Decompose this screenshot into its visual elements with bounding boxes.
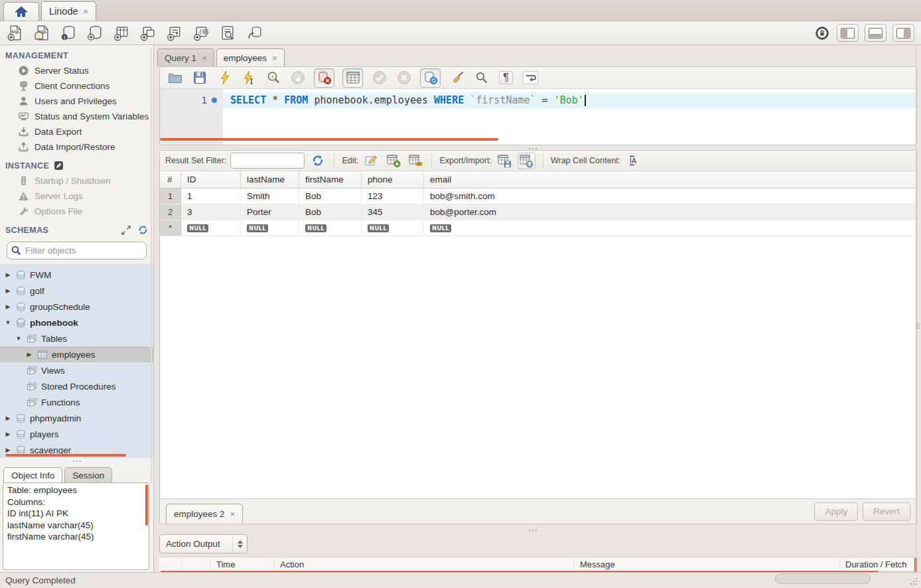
right-splitter-grip[interactable] xyxy=(916,321,920,331)
create-view-button[interactable] xyxy=(139,24,157,42)
cell-id[interactable]: 3 xyxy=(181,204,241,220)
sidebar-item-data-import[interactable]: Data Import/Restore xyxy=(0,139,153,155)
create-procedure-button[interactable] xyxy=(166,24,184,42)
create-function-button[interactable]: {0} xyxy=(192,24,210,42)
cell-phone[interactable]: 345 xyxy=(362,204,424,220)
tree-item-functions[interactable]: Functions xyxy=(0,394,153,410)
save-script-button[interactable] xyxy=(191,70,208,86)
sidebar-item-status-system-variables[interactable]: Status and System Variables xyxy=(0,109,153,124)
cell-firstname[interactable]: Bob xyxy=(299,204,362,220)
sidebar-item-server-logs[interactable]: Server Logs xyxy=(0,188,153,204)
tree-item-schema-phpmyadmin[interactable]: ▶ phpmyadmin xyxy=(0,410,153,426)
column-header-phone[interactable]: phone xyxy=(362,171,424,188)
row-number-cell[interactable]: 1 xyxy=(160,188,181,204)
toggle-word-wrap-button[interactable] xyxy=(522,70,539,86)
column-header-firstname[interactable]: firstName xyxy=(299,171,362,188)
tree-item-schema-fwm[interactable]: ▶ FWM xyxy=(0,267,153,283)
revert-button[interactable]: Revert xyxy=(863,502,910,521)
edit-current-row-button[interactable] xyxy=(362,153,380,169)
commit-button[interactable] xyxy=(371,70,388,86)
cell-email[interactable]: bob@smith.com xyxy=(424,188,916,204)
cell-phone[interactable]: NULL xyxy=(362,220,424,236)
tab-resultset-employees-2[interactable]: employees 2 × xyxy=(166,504,243,524)
close-icon[interactable]: × xyxy=(230,509,236,519)
chevron-right-icon[interactable]: ▶ xyxy=(25,351,33,358)
beautify-script-button[interactable] xyxy=(449,70,465,86)
close-icon[interactable]: × xyxy=(202,53,207,63)
refresh-schemas-icon[interactable] xyxy=(138,225,148,235)
cell-email[interactable]: NULL xyxy=(424,220,916,236)
schema-filter-input[interactable] xyxy=(25,246,143,256)
open-script-button[interactable] xyxy=(167,70,183,86)
tree-item-stored-procedures[interactable]: Stored Procedures xyxy=(0,378,153,394)
find-button[interactable] xyxy=(473,70,490,86)
tree-item-schema-groupschedule[interactable]: ▶ groupSchedule xyxy=(0,299,153,315)
tab-employees[interactable]: employees × xyxy=(216,48,285,66)
insert-row-button[interactable] xyxy=(384,153,402,169)
execute-current-statement-button[interactable] xyxy=(240,70,257,86)
column-header-id[interactable]: ID xyxy=(181,171,241,188)
object-info-vscroll-thumb[interactable] xyxy=(145,484,148,526)
new-sql-tab-button[interactable]: SQL xyxy=(7,24,25,42)
tree-item-table-employees[interactable]: ▶ employees xyxy=(0,346,153,362)
sidebar-item-options-file[interactable]: Options File xyxy=(0,204,153,219)
sql-line-1[interactable]: SELECT * FROM phonebook.employees WHERE … xyxy=(223,92,916,108)
inspect-database-button[interactable]: i xyxy=(60,24,78,42)
row-number-cell[interactable]: 2 xyxy=(160,204,181,220)
tab-home[interactable] xyxy=(3,2,39,21)
chevron-right-icon[interactable]: ▶ xyxy=(4,447,12,453)
tree-item-schema-golf[interactable]: ▶ golf xyxy=(0,283,153,299)
tab-session[interactable]: Session xyxy=(64,467,112,483)
sql-editor-body[interactable]: 1 SELECT * FROM phonebook.employees WHER… xyxy=(160,89,916,145)
refresh-results-button[interactable] xyxy=(309,153,326,169)
toggle-right-panel-button[interactable] xyxy=(892,24,914,42)
limit-rows-button[interactable] xyxy=(342,68,363,88)
column-header-lastname[interactable]: lastName xyxy=(241,171,299,188)
tree-item-tables[interactable]: ▼ Tables xyxy=(0,331,153,346)
toggle-left-panel-button[interactable] xyxy=(837,24,859,42)
tree-item-views[interactable]: Views xyxy=(0,362,153,378)
tab-query-1[interactable]: Query 1 × xyxy=(157,48,214,66)
tree-hscroll-thumb[interactable] xyxy=(5,454,126,457)
delete-row-button[interactable] xyxy=(406,153,424,169)
chevron-right-icon[interactable]: ▶ xyxy=(4,271,12,278)
sidebar-item-users-privileges[interactable]: Users and Privileges xyxy=(0,94,153,109)
create-schema-button[interactable] xyxy=(86,24,104,42)
open-sql-script-button[interactable]: SQL xyxy=(33,24,51,42)
tree-item-schema-phonebook[interactable]: ▼ phonebook xyxy=(0,315,153,331)
column-header-rownum[interactable]: # xyxy=(160,171,181,188)
result-filter-input[interactable] xyxy=(230,153,305,169)
chevron-right-icon[interactable]: ▶ xyxy=(4,431,12,437)
execute-statement-button[interactable] xyxy=(216,70,232,86)
cell-lastname[interactable]: NULL xyxy=(241,220,299,236)
rollback-button[interactable] xyxy=(395,70,412,86)
edit-instance-icon[interactable] xyxy=(54,161,64,171)
export-recordset-button[interactable] xyxy=(496,153,514,169)
bottom-hscrollbar-thumb[interactable] xyxy=(775,573,871,584)
expand-schemas-icon[interactable] xyxy=(121,226,131,235)
stop-query-button[interactable] xyxy=(289,70,306,86)
cell-id[interactable]: NULL xyxy=(181,220,241,236)
toggle-bottom-panel-button[interactable] xyxy=(865,24,886,42)
cell-email[interactable]: bob@porter.com xyxy=(424,204,916,220)
window-resize-grip[interactable] xyxy=(909,577,918,586)
sidebar-splitter[interactable] xyxy=(0,458,153,465)
cell-firstname[interactable]: NULL xyxy=(299,220,362,236)
toggle-autocommit-button[interactable] xyxy=(420,68,441,88)
cell-id[interactable]: 1 xyxy=(181,188,241,204)
toggle-stop-on-error-button[interactable] xyxy=(314,68,334,88)
import-records-button[interactable] xyxy=(518,153,535,169)
sidebar-item-startup-shutdown[interactable]: Startup / Shutdown xyxy=(0,173,153,188)
tab-connection-linode[interactable]: Linode × xyxy=(41,1,96,21)
apply-button[interactable]: Apply xyxy=(814,502,858,521)
column-header-email[interactable]: email xyxy=(424,171,916,188)
row-number-cell[interactable]: * xyxy=(160,220,181,236)
cell-lastname[interactable]: Smith xyxy=(241,188,299,204)
tab-object-info[interactable]: Object Info xyxy=(3,467,62,483)
chevron-down-icon[interactable]: ▼ xyxy=(4,319,12,326)
explain-statement-button[interactable] xyxy=(265,70,281,86)
cell-firstname[interactable]: Bob xyxy=(299,188,362,204)
create-table-button[interactable] xyxy=(113,24,131,42)
cell-phone[interactable]: 123 xyxy=(362,188,424,204)
reconnect-dbms-button[interactable] xyxy=(246,24,263,42)
